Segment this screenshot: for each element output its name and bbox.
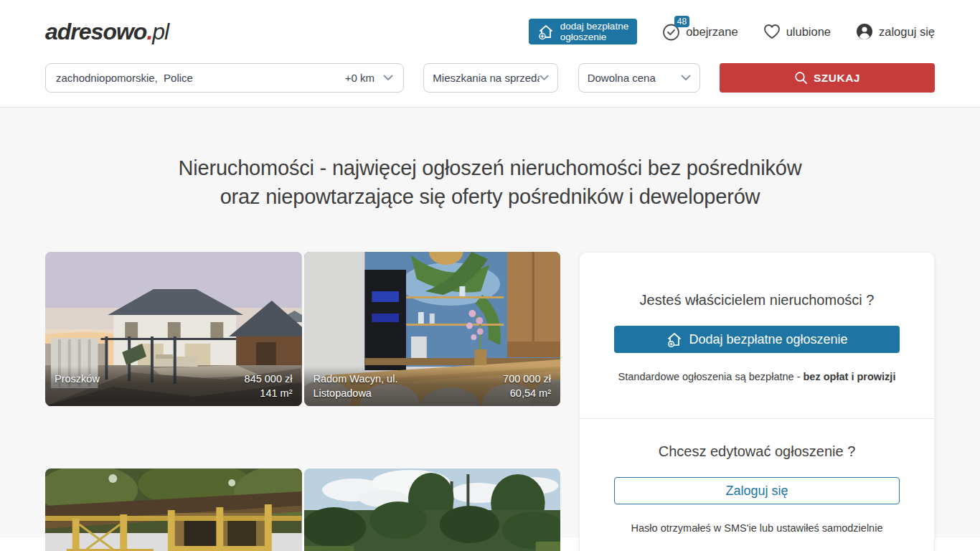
login-button[interactable]: Zaloguj się — [614, 477, 900, 504]
location-value: zachodniopomorskie, Police — [56, 72, 193, 84]
listing-overlay: Radom Wacyn, ul. Listopadowa 700 000 zł … — [304, 366, 561, 406]
user-icon — [855, 22, 874, 41]
logo-text: adresowo — [45, 19, 146, 45]
viewed-check-icon: 48 — [661, 22, 681, 42]
chevron-down-icon — [540, 75, 549, 81]
category-value: Mieszkania na sprzedaż — [433, 72, 540, 84]
page-title: Nieruchomości - najwięcej ogłoszeń nieru… — [0, 108, 980, 211]
listing-card[interactable]: Proszków 845 000 zł 141 m² — [45, 252, 302, 406]
search-bar: zachodniopomorskie, Police +0 km Mieszka… — [45, 63, 935, 107]
house-plus-icon — [666, 331, 683, 348]
site-logo[interactable]: adresowo.pl — [45, 19, 169, 45]
edit-heading: Chcesz edytować ogłoszenie ? — [614, 443, 900, 460]
listing-location-line2: Listopadowa — [314, 387, 372, 399]
login-nav-item[interactable]: zaloguj się — [855, 22, 935, 41]
owner-note: Standardowe ogłoszenia są bezpłatne - be… — [614, 371, 900, 382]
listing-card[interactable]: Zawady 195 000 zł — [304, 468, 561, 551]
viewed-label: obejrzane — [686, 25, 738, 39]
logo-tld: pl — [152, 19, 169, 45]
viewed-count-badge: 48 — [674, 16, 689, 27]
sidebar: Jesteś właścicielem nieruchomości ? Doda… — [579, 252, 935, 551]
heart-icon — [763, 23, 781, 40]
listing-price: 700 000 zł — [503, 373, 551, 385]
listing-area: 141 m² — [260, 387, 292, 399]
listing-overlay: Proszków 845 000 zł 141 m² — [45, 366, 302, 406]
edit-section: Chcesz edytować ogłoszenie ? Zaloguj się… — [580, 419, 934, 551]
page: adresowo.pl dodaj bezpłatne ogłos — [0, 0, 980, 551]
listing-location: Proszków — [55, 373, 100, 385]
header: adresowo.pl dodaj bezpłatne ogłos — [0, 0, 980, 107]
listing-card[interactable]: Toruń Rubinkowo, ul. 75 000 zł — [45, 468, 302, 551]
viewed-nav-item[interactable]: 48 obejrzane — [661, 22, 738, 42]
price-value: Dowolna cena — [588, 72, 656, 84]
owner-note-bold: bez opłat i prowizji — [804, 371, 896, 382]
favorites-label: ulubione — [786, 25, 831, 39]
radius-dropdown[interactable]: +0 km — [345, 72, 393, 84]
search-icon — [794, 71, 808, 85]
chevron-down-icon — [681, 75, 691, 81]
owner-heading: Jesteś właścicielem nieruchomości ? — [614, 292, 900, 309]
owner-section: Jesteś właścicielem nieruchomości ? Doda… — [580, 253, 934, 418]
radius-value: +0 km — [345, 72, 374, 84]
listings-grid: Proszków 845 000 zł 141 m² — [45, 252, 560, 551]
listing-card[interactable]: Radom Wacyn, ul. Listopadowa 700 000 zł … — [304, 252, 561, 406]
search-button-label: SZUKAJ — [814, 72, 860, 85]
add-listing-label-line2: ogłoszenie — [560, 32, 607, 42]
search-button[interactable]: SZUKAJ — [720, 63, 935, 93]
add-free-listing-button[interactable]: Dodaj bezpłatne ogłoszenie — [614, 326, 900, 353]
listing-price: 845 000 zł — [245, 373, 293, 385]
add-free-listing-label: Dodaj bezpłatne ogłoszenie — [689, 332, 847, 347]
main-content: Nieruchomości - najwięcej ogłoszeń nieru… — [0, 108, 980, 537]
listing-location: Radom Wacyn, ul. — [314, 373, 398, 385]
favorites-nav-item[interactable]: ulubione — [763, 23, 831, 40]
listing-photo-porch — [45, 468, 302, 551]
header-nav: dodaj bezpłatne ogłoszenie 48 obejrzane — [529, 19, 935, 44]
add-listing-button[interactable]: dodaj bezpłatne ogłoszenie — [529, 19, 637, 44]
add-listing-label-line1: dodaj bezpłatne — [560, 21, 628, 32]
edit-note: Hasło otrzymałeś w SMS'ie lub ustawiłeś … — [614, 522, 900, 534]
category-select[interactable]: Mieszkania na sprzedaż — [423, 63, 558, 93]
login-button-label: Zaloguj się — [725, 484, 788, 499]
price-select[interactable]: Dowolna cena — [578, 63, 700, 93]
login-label: zaloguj się — [879, 25, 935, 39]
location-input[interactable]: zachodniopomorskie, Police +0 km — [45, 63, 404, 93]
house-plus-icon — [537, 23, 555, 40]
listing-photo-lake — [304, 468, 561, 551]
chevron-down-icon — [383, 75, 393, 81]
listing-area: 60,54 m² — [510, 387, 551, 399]
